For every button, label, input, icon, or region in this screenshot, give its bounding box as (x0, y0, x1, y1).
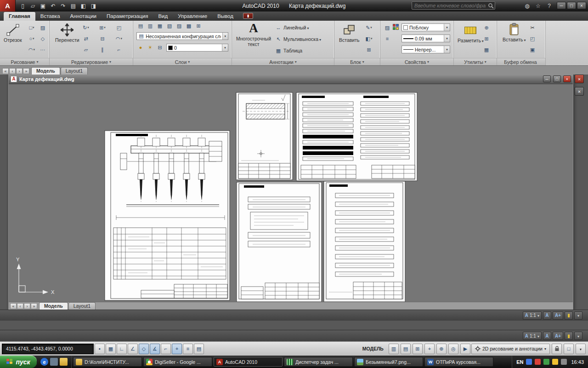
paste-special-icon[interactable]: ▣ (528, 46, 537, 53)
layer-unlock-icon[interactable]: ⊟ (156, 44, 164, 51)
panel-annotation-label[interactable]: Аннотации (232, 58, 334, 65)
app-tab-model[interactable]: Модель (31, 67, 60, 75)
fillet-tool-icon[interactable]: ◠ (115, 35, 123, 42)
showmotion-button[interactable]: ▶ (460, 344, 470, 354)
erase-tool-icon[interactable]: ⌐ (115, 46, 123, 53)
panel-layers-label[interactable]: Слои (133, 58, 232, 65)
taskbar-item-folder[interactable]: D:\Коля\ИНСТИТУ... (73, 357, 142, 367)
lineweight-toggle[interactable]: ≡ (183, 344, 193, 354)
paste-button[interactable]: Вставить (503, 23, 526, 43)
tab-parametric[interactable]: Параметризация (102, 12, 153, 21)
copy-tool-icon[interactable]: ◰ (115, 24, 123, 31)
block-attributes-icon[interactable]: ⊞ (365, 46, 373, 53)
mirror-tool-icon[interactable]: ⇄ (82, 35, 90, 42)
move-button[interactable]: Перенести (55, 23, 79, 43)
doc-strip-menu-button[interactable] (574, 311, 582, 320)
new-file-icon[interactable]: ▯ (18, 2, 27, 10)
cut-icon[interactable]: ✂ (528, 24, 537, 31)
help-icon[interactable]: ? (545, 2, 553, 10)
id-point-icon[interactable]: ⊕ (482, 24, 491, 31)
tab-last-button[interactable]: » (31, 303, 37, 309)
markup-icon[interactable]: ◨ (89, 2, 98, 10)
tab-output[interactable]: Вывод (212, 12, 238, 21)
layer-state-combo[interactable]: ▤ Несохраненная конфигурация слое (136, 32, 228, 40)
linetype-combo[interactable]: Непрер... (401, 46, 450, 53)
layer-lock-icon[interactable]: ▨ (175, 22, 183, 29)
doc-close-button[interactable]: × (563, 75, 571, 82)
combo-arrow-icon[interactable] (444, 35, 450, 42)
language-indicator[interactable]: EN (516, 359, 523, 365)
rectangle-tool-icon[interactable]: □ (28, 24, 36, 31)
layer-on-icon[interactable]: ● (136, 44, 145, 51)
grid-toggle[interactable]: ▦ (106, 344, 116, 354)
tab-insert[interactable]: Вставка (35, 12, 65, 21)
ellipse-tool-icon[interactable]: ◇ (39, 35, 47, 42)
folder-icon[interactable] (60, 358, 68, 366)
taskbar-item-autocad[interactable]: A AutoCAD 2010 (214, 357, 283, 367)
otrack-toggle[interactable]: ∡ (150, 344, 160, 354)
combo-arrow-icon[interactable] (444, 24, 450, 31)
tab-prev-button[interactable]: ‹ (17, 303, 23, 309)
sheet-detail-drawing[interactable] (236, 92, 293, 180)
rotate-tool-icon[interactable]: ↻ (82, 24, 90, 31)
copy-clip-icon[interactable]: ◰ (528, 35, 537, 42)
combo-arrow-icon[interactable] (222, 33, 228, 40)
quickview-drawings-button[interactable]: ⊞ (413, 344, 423, 354)
arc-tool-icon[interactable]: ◠ (28, 46, 36, 53)
sheetset-icon[interactable]: ◧ (79, 2, 88, 10)
app-tab-layout1[interactable]: Layout1 (61, 67, 88, 75)
redo-icon[interactable]: ↷ (59, 2, 68, 10)
stretch-tool-icon[interactable]: ▱ (82, 46, 90, 53)
object-color-icon[interactable] (393, 24, 400, 31)
hardware-status-button[interactable]: ▮ (565, 332, 573, 340)
tab-manage[interactable]: Управление (173, 12, 212, 21)
layout-button[interactable]: ▤ (401, 344, 411, 354)
dyn-toggle[interactable]: ⌖ (172, 344, 182, 354)
ducs-toggle[interactable]: ⌐ (161, 344, 171, 354)
layer-properties-icon[interactable]: ▤ (136, 22, 145, 29)
tray-icon-2[interactable] (535, 359, 541, 365)
tray-icon-4[interactable] (552, 359, 558, 365)
communication-center-icon[interactable]: ◍ (523, 2, 531, 10)
toolbar-lock-button[interactable] (552, 344, 562, 354)
layer-match-icon[interactable]: ▩ (185, 22, 193, 29)
favorites-icon[interactable]: ☆ (534, 2, 542, 10)
show-desktop-icon[interactable] (50, 358, 58, 366)
taskbar-item-word-doc[interactable]: W ОТПиРА курсовая... (424, 357, 493, 367)
point-style-icon[interactable]: ▦ (482, 46, 491, 53)
layer-thaw-icon[interactable]: ☀ (146, 44, 154, 51)
tab-last-button[interactable]: » (23, 68, 29, 74)
layer-state-icon[interactable]: ⊞ (194, 22, 203, 29)
panel-utilities-label[interactable]: Утилиты (454, 58, 497, 65)
mtext-button[interactable]: А Многострочный текст (237, 22, 270, 47)
search-icon[interactable] (488, 3, 494, 9)
workspace-switch-button[interactable]: 2D рисование и аннотации (471, 344, 550, 354)
start-button[interactable]: пуск (0, 356, 37, 368)
search-input[interactable] (412, 3, 488, 8)
internet-explorer-icon[interactable]: e (40, 358, 48, 366)
doc-minimize-button[interactable]: ─ (543, 75, 551, 82)
taskbar-item-browser[interactable]: DigiSeller - Google ... (143, 357, 212, 367)
osnap-toggle[interactable]: ◇ (139, 344, 149, 354)
steeringwheel-button[interactable]: ◎ (448, 344, 458, 354)
quick-calc-icon[interactable]: ⊞ (482, 35, 491, 42)
match-properties-icon[interactable]: ▨ (383, 24, 391, 31)
taskbar-item-image[interactable]: Безымянный7.png... (354, 357, 423, 367)
tab-first-button[interactable]: « (2, 68, 9, 74)
zoom-button[interactable]: ⊕ (436, 344, 447, 354)
panel-block-label[interactable]: Блок (334, 58, 380, 65)
close-button[interactable]: × (577, 2, 586, 9)
linear-dimension-button[interactable]: ↔ Линейный (274, 24, 309, 31)
trim-tool-icon[interactable]: ∥ (98, 46, 107, 53)
pan-button[interactable]: + (424, 344, 435, 354)
lineweight-combo[interactable]: 0.09 мм (401, 34, 450, 42)
combo-arrow-icon[interactable] (444, 46, 450, 53)
tab-first-button[interactable]: « (10, 303, 17, 309)
document-titlebar[interactable]: A Карта дефекаций.dwg ─ □ × (9, 74, 573, 84)
layer-combo[interactable]: 0 (166, 44, 228, 52)
table-button[interactable]: ▦ Таблица (274, 47, 302, 54)
sheet-route-chart[interactable] (296, 92, 417, 181)
object-color-combo[interactable]: ПоБлоку (401, 23, 450, 31)
array-tool-icon[interactable]: ⊞ (98, 24, 107, 31)
ortho-toggle[interactable]: ∟ (117, 344, 127, 354)
